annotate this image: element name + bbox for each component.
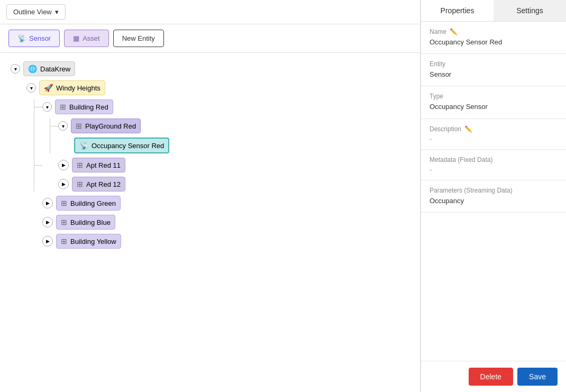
chevron-down-icon xyxy=(62,123,65,129)
node-windy-heights[interactable]: 🚀 Windy Heights xyxy=(39,80,105,95)
prop-type-section: Type Occupancy Sensor xyxy=(421,86,566,118)
node-apt-red-11[interactable]: ⊞ Apt Red 11 xyxy=(72,158,125,172)
name-edit-icon[interactable]: ✏️ xyxy=(450,28,458,35)
globe-icon: 🌐 xyxy=(28,65,37,73)
new-entity-label: New Entity xyxy=(122,34,155,42)
expand-windy-heights[interactable] xyxy=(26,83,36,93)
outline-view-button[interactable]: Outline View xyxy=(6,4,66,20)
expand-apt-red-12[interactable]: ▶ xyxy=(58,179,69,189)
type-value: Occupancy Sensor xyxy=(430,102,558,112)
tree-node-datakrew: 🌐 DataKrew 🚀 Windy Heights xyxy=(11,61,409,249)
chevron-down-icon xyxy=(55,8,59,16)
datakrew-label: DataKrew xyxy=(40,65,70,73)
expand-building-blue[interactable]: ▶ xyxy=(42,217,53,227)
tab-settings-label: Settings xyxy=(516,6,543,15)
prop-entity-section: Entity Sensor xyxy=(421,54,566,86)
sensor-icon: 📡 xyxy=(17,34,26,42)
apt-red-11-label: Apt Red 11 xyxy=(86,161,121,169)
playground-red-label: PlayGround Red xyxy=(85,122,136,130)
node-datakrew[interactable]: 🌐 DataKrew xyxy=(23,61,75,76)
type-label: Type xyxy=(430,93,558,100)
apt-red-12-label: Apt Red 12 xyxy=(86,180,121,188)
asset-label: Asset xyxy=(83,34,100,42)
delete-button[interactable]: Delete xyxy=(469,368,513,386)
metadata-value: - xyxy=(430,166,558,174)
chevron-down-icon xyxy=(14,66,17,72)
entity-buttons-bar: 📡 Sensor ▦ Asset New Entity xyxy=(0,24,420,53)
entity-value: Sensor xyxy=(430,70,558,79)
tab-settings[interactable]: Settings xyxy=(494,0,566,21)
name-value: Occupancy Sensor Red xyxy=(430,38,558,47)
node-building-blue[interactable]: ⊞ Building Blue xyxy=(56,215,115,230)
node-playground-red[interactable]: ⊞ PlayGround Red xyxy=(71,118,141,133)
properties-content: Name ✏️ Occupancy Sensor Red Entity Sens… xyxy=(421,22,566,361)
node-occupancy-sensor-red[interactable]: 📡 Occupancy Sensor Red xyxy=(74,138,169,153)
toolbar: Outline View xyxy=(0,0,420,24)
building-icon: ⊞ xyxy=(61,218,67,226)
playground-icon: ⊞ xyxy=(76,122,82,130)
node-apt-red-12[interactable]: ⊞ Apt Red 12 xyxy=(72,177,125,192)
action-buttons: Delete Save xyxy=(421,361,566,392)
building-icon: ⊞ xyxy=(61,199,67,207)
asset-button[interactable]: ▦ Asset xyxy=(64,30,109,47)
sensor-label: Sensor xyxy=(29,34,51,42)
panel-tabs: Properties Settings xyxy=(421,0,566,22)
name-label: Name ✏️ xyxy=(430,28,558,35)
sensor-icon: 📡 xyxy=(79,141,88,150)
rocket-icon: 🚀 xyxy=(44,84,53,92)
apt-icon: ⊞ xyxy=(77,161,83,169)
tab-properties-label: Properties xyxy=(441,6,474,15)
description-value: - xyxy=(430,135,558,143)
node-building-green[interactable]: ⊞ Building Green xyxy=(56,196,121,211)
apt-icon: ⊞ xyxy=(77,180,83,188)
building-yellow-label: Building Yellow xyxy=(70,238,116,245)
building-blue-label: Building Blue xyxy=(70,218,111,226)
chevron-down-icon xyxy=(30,85,33,91)
right-panel: Properties Settings Name ✏️ Occupancy Se… xyxy=(421,0,566,392)
expand-building-red[interactable] xyxy=(42,102,52,112)
expand-datakrew[interactable] xyxy=(11,64,20,74)
outline-view-label: Outline View xyxy=(13,8,52,16)
tab-properties[interactable]: Properties xyxy=(421,0,494,21)
node-building-yellow[interactable]: ⊞ Building Yellow xyxy=(56,234,121,249)
description-edit-icon[interactable]: ✏️ xyxy=(464,125,472,133)
building-green-label: Building Green xyxy=(70,199,116,207)
parameters-label: Parameters (Streaming Data) xyxy=(430,187,558,194)
left-panel: Outline View 📡 Sensor ▦ Asset New Entity… xyxy=(0,0,421,392)
new-entity-button[interactable]: New Entity xyxy=(113,30,164,47)
entity-label: Entity xyxy=(430,60,558,68)
metadata-label: Metadata (Fixed Data) xyxy=(430,156,558,163)
windy-heights-label: Windy Heights xyxy=(56,84,101,92)
expand-playground-red[interactable] xyxy=(58,121,68,131)
prop-parameters-section: Parameters (Streaming Data) Occupancy xyxy=(421,180,566,213)
occupancy-sensor-red-label: Occupancy Sensor Red xyxy=(92,142,164,150)
prop-metadata-section: Metadata (Fixed Data) - xyxy=(421,150,566,180)
prop-description-section: Description ✏️ - xyxy=(421,119,566,150)
building-red-label: Building Red xyxy=(69,103,108,111)
node-building-red[interactable]: ⊞ Building Red xyxy=(55,99,113,114)
expand-building-green[interactable]: ▶ xyxy=(42,198,53,208)
asset-icon: ▦ xyxy=(73,34,79,42)
tree-area: 🌐 DataKrew 🚀 Windy Heights xyxy=(0,53,420,392)
sensor-button[interactable]: 📡 Sensor xyxy=(8,30,60,47)
chevron-down-icon xyxy=(46,104,49,110)
description-label: Description ✏️ xyxy=(430,125,558,133)
expand-building-yellow[interactable]: ▶ xyxy=(42,236,53,247)
parameters-value: Occupancy xyxy=(430,196,558,206)
prop-name-section: Name ✏️ Occupancy Sensor Red xyxy=(421,22,566,54)
building-icon: ⊞ xyxy=(60,103,66,111)
save-button[interactable]: Save xyxy=(517,368,558,386)
expand-apt-red-11[interactable]: ▶ xyxy=(58,160,69,170)
building-icon: ⊞ xyxy=(61,237,67,245)
